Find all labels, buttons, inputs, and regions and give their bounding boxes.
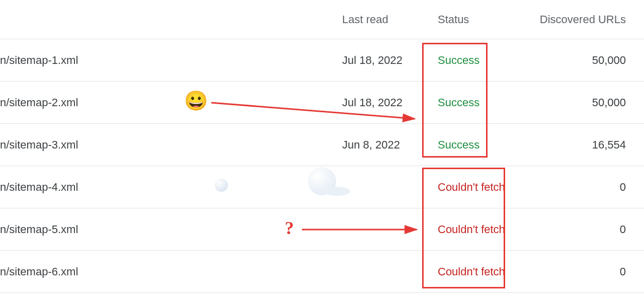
table-header-row: Last read Status Discovered URLs [0, 0, 644, 39]
cell-status: Success [433, 54, 513, 67]
cell-status: Couldn't fetch [433, 181, 513, 194]
header-last-read: Last read [342, 13, 433, 26]
header-discovered-urls: Discovered URLs [513, 13, 644, 26]
table-row[interactable]: n/sitemap-5.xml Couldn't fetch 0 [0, 208, 644, 251]
table-row[interactable]: n/sitemap-4.xml Couldn't fetch 0 [0, 166, 644, 208]
cell-last-read: Jul 18, 2022 [342, 96, 433, 109]
cell-sitemap: n/sitemap-1.xml [0, 54, 342, 67]
table-row[interactable]: n/sitemap-1.xml Jul 18, 2022 Success 50,… [0, 39, 644, 82]
cell-sitemap: n/sitemap-4.xml [0, 181, 342, 194]
header-status: Status [433, 13, 513, 26]
cell-discovered-urls: 0 [513, 265, 644, 278]
cell-discovered-urls: 50,000 [513, 54, 644, 67]
cell-sitemap: n/sitemap-6.xml [0, 265, 342, 278]
cell-sitemap: n/sitemap-3.xml [0, 138, 342, 152]
table-row[interactable]: n/sitemap-6.xml Couldn't fetch 0 [0, 251, 644, 293]
table-row[interactable]: n/sitemap-3.xml Jun 8, 2022 Success 16,5… [0, 124, 644, 166]
cell-sitemap: n/sitemap-5.xml [0, 223, 342, 236]
cell-last-read: Jun 8, 2022 [342, 138, 433, 152]
cell-sitemap: n/sitemap-2.xml [0, 96, 342, 109]
cell-discovered-urls: 0 [513, 223, 644, 236]
table-row[interactable]: n/sitemap-2.xml Jul 18, 2022 Success 50,… [0, 82, 644, 124]
cell-last-read: Jul 18, 2022 [342, 54, 433, 67]
cell-status: Success [433, 96, 513, 109]
cell-status: Couldn't fetch [433, 223, 513, 236]
cell-discovered-urls: 50,000 [513, 96, 644, 109]
cell-status: Success [433, 138, 513, 152]
sitemaps-table: Last read Status Discovered URLs n/sitem… [0, 0, 644, 293]
cell-discovered-urls: 16,554 [513, 138, 644, 152]
cell-status: Couldn't fetch [433, 265, 513, 278]
cell-discovered-urls: 0 [513, 181, 644, 194]
